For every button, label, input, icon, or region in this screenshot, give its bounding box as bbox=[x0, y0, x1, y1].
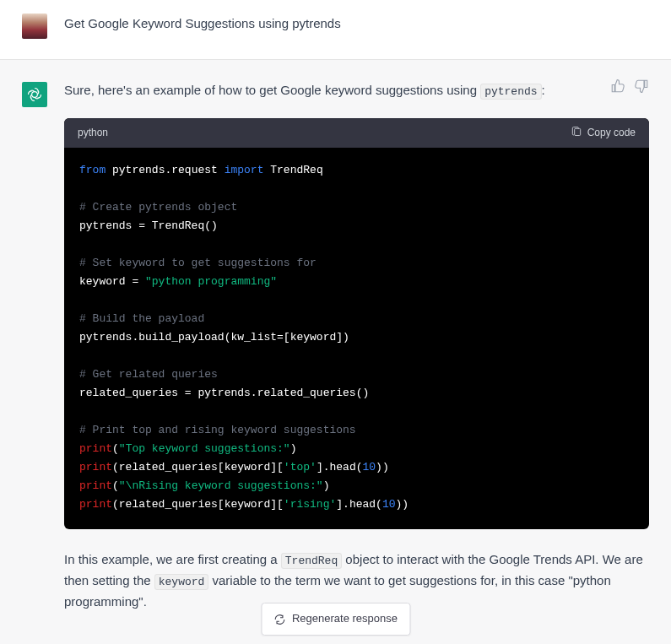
svg-point-0 bbox=[32, 92, 38, 98]
thumbs-up-button[interactable] bbox=[610, 78, 625, 94]
copy-code-label: Copy code bbox=[587, 125, 636, 141]
assistant-avatar bbox=[22, 82, 47, 107]
thumbs-up-icon bbox=[610, 78, 625, 94]
user-avatar bbox=[22, 14, 47, 39]
openai-logo-icon bbox=[26, 86, 43, 103]
assistant-message: Sure, here's an example of how to get Go… bbox=[0, 59, 671, 644]
intro-text-prefix: Sure, here's an example of how to get Go… bbox=[64, 83, 480, 97]
svg-rect-1 bbox=[574, 129, 580, 136]
code-header: python Copy code bbox=[64, 118, 649, 148]
thumbs-down-button[interactable] bbox=[634, 78, 649, 94]
user-message: Get Google Keyword Suggestions using pyt… bbox=[0, 0, 671, 59]
code-language-label: python bbox=[78, 125, 108, 141]
code-block: python Copy code from pytrends.request i… bbox=[64, 118, 649, 529]
inline-code-keyword: keyword bbox=[154, 574, 209, 590]
assistant-intro: Sure, here's an example of how to get Go… bbox=[64, 80, 649, 101]
refresh-icon bbox=[273, 614, 285, 625]
intro-text-suffix: : bbox=[542, 83, 545, 97]
thumbs-down-icon bbox=[634, 78, 649, 94]
explain-text-1: In this example, we are first creating a bbox=[64, 552, 281, 566]
clipboard-icon bbox=[571, 127, 582, 138]
inline-code-pytrends: pytrends bbox=[480, 84, 541, 100]
regenerate-label: Regenerate response bbox=[292, 610, 398, 628]
assistant-content: Sure, here's an example of how to get Go… bbox=[64, 80, 649, 612]
inline-code-trendreq: TrendReq bbox=[281, 553, 342, 569]
feedback-buttons bbox=[610, 78, 649, 94]
copy-code-button[interactable]: Copy code bbox=[571, 125, 636, 141]
user-prompt-text: Get Google Keyword Suggestions using pyt… bbox=[64, 12, 341, 34]
code-body[interactable]: from pytrends.request import TrendReq # … bbox=[64, 148, 649, 529]
regenerate-response-button[interactable]: Regenerate response bbox=[261, 603, 410, 636]
